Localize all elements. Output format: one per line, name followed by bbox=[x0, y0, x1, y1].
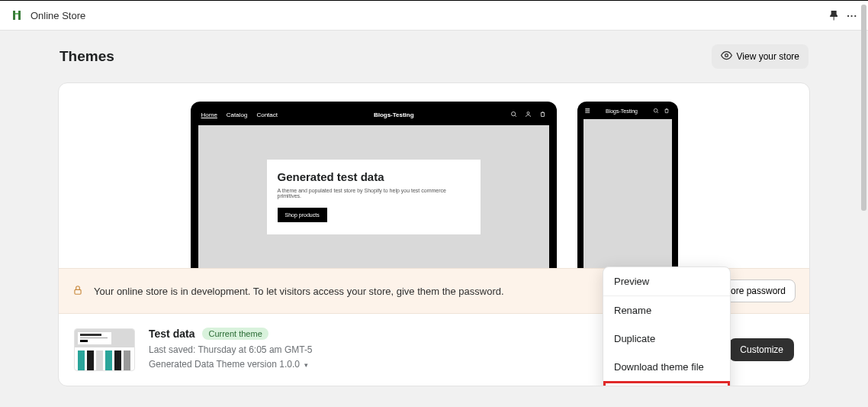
hero-block: Generated test data A theme and populate… bbox=[267, 160, 481, 234]
bag-icon bbox=[539, 111, 546, 119]
eye-icon bbox=[721, 50, 732, 63]
desktop-nav-item: Contact bbox=[256, 111, 278, 118]
theme-more-menu: Preview Rename Duplicate Download theme … bbox=[603, 266, 731, 386]
bag-icon bbox=[664, 108, 670, 115]
search-icon bbox=[653, 108, 659, 115]
chevron-down-icon: ▾ bbox=[304, 360, 308, 370]
customize-button[interactable]: Customize bbox=[729, 338, 794, 361]
svg-point-1 bbox=[511, 112, 515, 116]
mobile-preview-header: ≡ Blogs-Testing bbox=[583, 108, 672, 119]
menu-duplicate[interactable]: Duplicate bbox=[603, 325, 730, 353]
mobile-brand: Blogs-Testing bbox=[606, 108, 638, 114]
theme-thumbnail bbox=[74, 328, 135, 371]
dev-banner-left: Your online store is in development. To … bbox=[72, 285, 504, 298]
desktop-preview: Home Catalog Contact Blogs-Testing Gener… bbox=[191, 102, 557, 268]
theme-name: Test data bbox=[149, 328, 194, 340]
page-title: Themes bbox=[59, 48, 114, 65]
view-store-label: View your store bbox=[737, 51, 799, 62]
page-header: Themes View your store bbox=[58, 44, 810, 69]
app-logo-icon bbox=[11, 9, 23, 21]
svg-rect-4 bbox=[75, 289, 81, 294]
topbar-left: Online Store bbox=[11, 9, 85, 21]
hero-cta-button: Shop products bbox=[278, 208, 327, 222]
menu-download-theme-file[interactable]: Download theme file bbox=[603, 353, 730, 381]
page: Themes View your store Home Catalog Cont… bbox=[58, 31, 810, 407]
user-icon bbox=[525, 111, 532, 119]
view-store-button[interactable]: View your store bbox=[712, 44, 809, 69]
lock-icon bbox=[72, 285, 83, 298]
svg-point-2 bbox=[527, 112, 529, 115]
desktop-brand: Blogs-Testing bbox=[374, 111, 414, 118]
hero-title: Generated test data bbox=[278, 170, 470, 183]
theme-card: Home Catalog Contact Blogs-Testing Gener… bbox=[58, 82, 810, 386]
theme-preview-area: Home Catalog Contact Blogs-Testing Gener… bbox=[59, 83, 809, 268]
desktop-nav-item: Home bbox=[201, 111, 217, 118]
mobile-preview: ≡ Blogs-Testing bbox=[577, 102, 678, 268]
desktop-nav-item: Catalog bbox=[227, 111, 248, 118]
desktop-preview-body: Generated test data A theme and populate… bbox=[198, 125, 549, 268]
desktop-preview-header: Home Catalog Contact Blogs-Testing bbox=[198, 109, 549, 125]
pin-icon[interactable] bbox=[830, 11, 837, 21]
current-theme-badge: Current theme bbox=[202, 328, 268, 340]
topbar-more-icon[interactable]: ··· bbox=[847, 10, 857, 21]
desktop-nav: Home Catalog Contact bbox=[201, 111, 278, 118]
menu-edit-code[interactable]: Edit code bbox=[603, 381, 730, 386]
menu-preview[interactable]: Preview bbox=[603, 267, 730, 296]
hero-subtitle: A theme and populated test store by Shop… bbox=[278, 188, 470, 199]
svg-point-0 bbox=[725, 54, 728, 57]
svg-point-3 bbox=[654, 108, 658, 112]
mobile-header-icons bbox=[653, 108, 670, 115]
theme-version: Generated Data Theme version 1.0.0 bbox=[149, 357, 300, 372]
mobile-preview-body bbox=[583, 119, 672, 268]
topbar-title: Online Store bbox=[31, 10, 85, 21]
scrollbar[interactable] bbox=[861, 5, 866, 211]
topbar-right: ··· bbox=[830, 10, 857, 21]
menu-rename[interactable]: Rename bbox=[603, 296, 730, 325]
topbar: Online Store ··· bbox=[0, 0, 868, 31]
dev-banner-text: Your online store is in development. To … bbox=[94, 286, 504, 297]
desktop-header-icons bbox=[510, 111, 546, 119]
menu-icon: ≡ bbox=[585, 108, 590, 114]
search-icon bbox=[510, 111, 517, 119]
